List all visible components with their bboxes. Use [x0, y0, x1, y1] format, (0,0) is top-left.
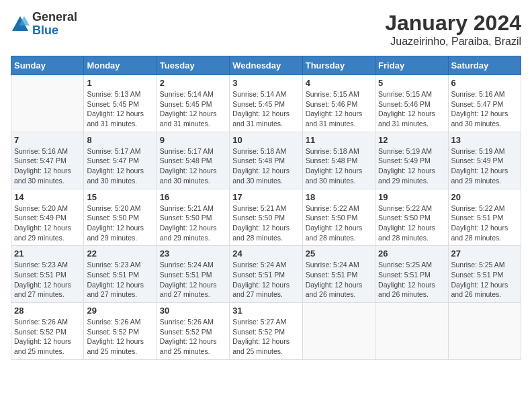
calendar-subtitle: Juazeirinho, Paraiba, Brazil — [385, 36, 521, 48]
calendar-title: January 2024 — [385, 11, 521, 36]
logo: General Blue — [11, 11, 77, 38]
day-number: 11 — [306, 135, 372, 145]
day-info: Sunrise: 5:16 AM Sunset: 5:47 PM Dayligh… — [451, 89, 518, 129]
calendar-cell: 23Sunrise: 5:24 AM Sunset: 5:51 PM Dayli… — [157, 246, 229, 303]
day-number: 19 — [378, 192, 445, 202]
day-number: 21 — [14, 248, 81, 259]
day-info: Sunrise: 5:26 AM Sunset: 5:52 PM Dayligh… — [14, 317, 81, 357]
calendar-cell: 27Sunrise: 5:25 AM Sunset: 5:51 PM Dayli… — [448, 246, 521, 303]
calendar-cell: 4Sunrise: 5:15 AM Sunset: 5:46 PM Daylig… — [302, 75, 375, 132]
day-info: Sunrise: 5:21 AM Sunset: 5:50 PM Dayligh… — [160, 203, 226, 243]
day-number: 27 — [451, 248, 518, 259]
day-of-week-header: Saturday — [448, 56, 521, 75]
calendar-cell: 31Sunrise: 5:27 AM Sunset: 5:52 PM Dayli… — [230, 303, 302, 360]
day-info: Sunrise: 5:17 AM Sunset: 5:47 PM Dayligh… — [87, 146, 153, 186]
day-info: Sunrise: 5:23 AM Sunset: 5:51 PM Dayligh… — [14, 260, 81, 300]
day-info: Sunrise: 5:13 AM Sunset: 5:45 PM Dayligh… — [87, 89, 153, 129]
day-info: Sunrise: 5:18 AM Sunset: 5:48 PM Dayligh… — [306, 146, 372, 186]
day-info: Sunrise: 5:24 AM Sunset: 5:51 PM Dayligh… — [160, 260, 226, 300]
day-number: 1 — [87, 78, 153, 88]
day-number: 25 — [306, 248, 372, 259]
calendar-cell: 8Sunrise: 5:17 AM Sunset: 5:47 PM Daylig… — [84, 132, 157, 189]
calendar-cell: 1Sunrise: 5:13 AM Sunset: 5:45 PM Daylig… — [84, 75, 157, 132]
day-info: Sunrise: 5:21 AM Sunset: 5:50 PM Dayligh… — [232, 203, 299, 243]
title-block: January 2024 Juazeirinho, Paraiba, Brazi… — [385, 11, 521, 48]
calendar-week-row: 28Sunrise: 5:26 AM Sunset: 5:52 PM Dayli… — [11, 303, 521, 360]
day-info: Sunrise: 5:14 AM Sunset: 5:45 PM Dayligh… — [232, 89, 299, 129]
day-of-week-header: Tuesday — [157, 56, 229, 75]
day-of-week-header: Friday — [375, 56, 448, 75]
calendar-cell: 26Sunrise: 5:25 AM Sunset: 5:51 PM Dayli… — [375, 246, 448, 303]
day-number: 28 — [14, 306, 81, 316]
day-info: Sunrise: 5:15 AM Sunset: 5:46 PM Dayligh… — [306, 89, 372, 129]
calendar-cell: 30Sunrise: 5:26 AM Sunset: 5:52 PM Dayli… — [157, 303, 229, 360]
calendar-cell: 5Sunrise: 5:15 AM Sunset: 5:46 PM Daylig… — [375, 75, 448, 132]
calendar-cell: 20Sunrise: 5:22 AM Sunset: 5:51 PM Dayli… — [448, 189, 521, 246]
calendar-cell: 10Sunrise: 5:18 AM Sunset: 5:48 PM Dayli… — [230, 132, 302, 189]
calendar-cell: 21Sunrise: 5:23 AM Sunset: 5:51 PM Dayli… — [11, 246, 84, 303]
day-info: Sunrise: 5:15 AM Sunset: 5:46 PM Dayligh… — [378, 89, 445, 129]
day-number: 6 — [451, 78, 518, 88]
day-of-week-header: Thursday — [302, 56, 375, 75]
calendar-cell: 19Sunrise: 5:22 AM Sunset: 5:50 PM Dayli… — [375, 189, 448, 246]
day-number: 10 — [232, 135, 299, 145]
calendar-cell: 15Sunrise: 5:20 AM Sunset: 5:50 PM Dayli… — [84, 189, 157, 246]
day-info: Sunrise: 5:24 AM Sunset: 5:51 PM Dayligh… — [232, 260, 299, 300]
day-number: 8 — [87, 135, 153, 145]
day-info: Sunrise: 5:24 AM Sunset: 5:51 PM Dayligh… — [306, 260, 372, 300]
calendar-cell: 25Sunrise: 5:24 AM Sunset: 5:51 PM Dayli… — [302, 246, 375, 303]
calendar-cell — [375, 303, 448, 360]
day-number: 29 — [87, 306, 153, 316]
calendar-cell: 22Sunrise: 5:23 AM Sunset: 5:51 PM Dayli… — [84, 246, 157, 303]
day-number: 26 — [378, 248, 445, 259]
day-info: Sunrise: 5:19 AM Sunset: 5:49 PM Dayligh… — [378, 146, 445, 186]
day-info: Sunrise: 5:23 AM Sunset: 5:51 PM Dayligh… — [87, 260, 153, 300]
day-info: Sunrise: 5:22 AM Sunset: 5:51 PM Dayligh… — [451, 203, 518, 243]
calendar-cell — [302, 303, 375, 360]
day-number: 13 — [451, 135, 518, 145]
calendar-cell: 11Sunrise: 5:18 AM Sunset: 5:48 PM Dayli… — [302, 132, 375, 189]
calendar-cell: 2Sunrise: 5:14 AM Sunset: 5:45 PM Daylig… — [157, 75, 229, 132]
day-info: Sunrise: 5:14 AM Sunset: 5:45 PM Dayligh… — [160, 89, 226, 129]
calendar-cell — [11, 75, 84, 132]
day-number: 9 — [160, 135, 226, 145]
calendar-week-row: 7Sunrise: 5:16 AM Sunset: 5:47 PM Daylig… — [11, 132, 521, 189]
day-number: 24 — [232, 248, 299, 259]
days-header-row: SundayMondayTuesdayWednesdayThursdayFrid… — [11, 56, 521, 75]
calendar-cell: 17Sunrise: 5:21 AM Sunset: 5:50 PM Dayli… — [230, 189, 302, 246]
day-info: Sunrise: 5:16 AM Sunset: 5:47 PM Dayligh… — [14, 146, 81, 186]
calendar-cell: 16Sunrise: 5:21 AM Sunset: 5:50 PM Dayli… — [157, 189, 229, 246]
calendar-cell: 6Sunrise: 5:16 AM Sunset: 5:47 PM Daylig… — [448, 75, 521, 132]
day-number: 5 — [378, 78, 445, 88]
calendar-cell: 9Sunrise: 5:17 AM Sunset: 5:48 PM Daylig… — [157, 132, 229, 189]
day-number: 2 — [160, 78, 226, 88]
day-info: Sunrise: 5:22 AM Sunset: 5:50 PM Dayligh… — [306, 203, 372, 243]
day-number: 17 — [232, 192, 299, 202]
day-of-week-header: Monday — [84, 56, 157, 75]
day-number: 15 — [87, 192, 153, 202]
day-info: Sunrise: 5:22 AM Sunset: 5:50 PM Dayligh… — [378, 203, 445, 243]
calendar-cell: 3Sunrise: 5:14 AM Sunset: 5:45 PM Daylig… — [230, 75, 302, 132]
page-header: General Blue January 2024 Juazeirinho, P… — [11, 11, 521, 48]
calendar-cell: 13Sunrise: 5:19 AM Sunset: 5:49 PM Dayli… — [448, 132, 521, 189]
calendar-cell: 18Sunrise: 5:22 AM Sunset: 5:50 PM Dayli… — [302, 189, 375, 246]
calendar-cell: 12Sunrise: 5:19 AM Sunset: 5:49 PM Dayli… — [375, 132, 448, 189]
logo-blue-text: Blue — [32, 24, 58, 37]
day-number: 4 — [306, 78, 372, 88]
day-number: 14 — [14, 192, 81, 202]
day-number: 18 — [306, 192, 372, 202]
logo-icon — [11, 15, 30, 34]
calendar-cell: 29Sunrise: 5:26 AM Sunset: 5:52 PM Dayli… — [84, 303, 157, 360]
day-info: Sunrise: 5:20 AM Sunset: 5:49 PM Dayligh… — [14, 203, 81, 243]
day-info: Sunrise: 5:20 AM Sunset: 5:50 PM Dayligh… — [87, 203, 153, 243]
calendar-cell: 24Sunrise: 5:24 AM Sunset: 5:51 PM Dayli… — [230, 246, 302, 303]
day-number: 3 — [232, 78, 299, 88]
day-number: 7 — [14, 135, 81, 145]
day-info: Sunrise: 5:27 AM Sunset: 5:52 PM Dayligh… — [232, 317, 299, 357]
day-info: Sunrise: 5:25 AM Sunset: 5:51 PM Dayligh… — [451, 260, 518, 300]
day-info: Sunrise: 5:26 AM Sunset: 5:52 PM Dayligh… — [87, 317, 153, 357]
day-of-week-header: Wednesday — [230, 56, 302, 75]
day-number: 23 — [160, 248, 226, 259]
calendar-cell: 14Sunrise: 5:20 AM Sunset: 5:49 PM Dayli… — [11, 189, 84, 246]
calendar-cell — [448, 303, 521, 360]
